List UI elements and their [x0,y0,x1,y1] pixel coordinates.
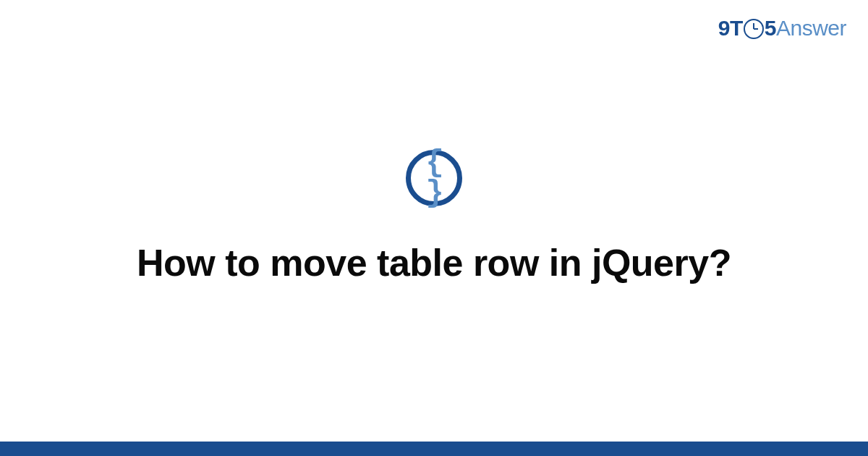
main-content: { } How to move table row in jQuery? [0,150,868,284]
footer-bar [0,442,868,456]
logo-text-9t: 9T [718,16,743,41]
site-logo[interactable]: 9T 5 Answer [718,16,846,41]
category-badge: { } [406,150,462,206]
code-braces-icon: { } [411,148,457,208]
question-title: How to move table row in jQuery? [0,241,868,284]
logo-text-5: 5 [765,16,776,41]
clock-icon [744,19,764,39]
logo-text-answer: Answer [776,16,846,41]
